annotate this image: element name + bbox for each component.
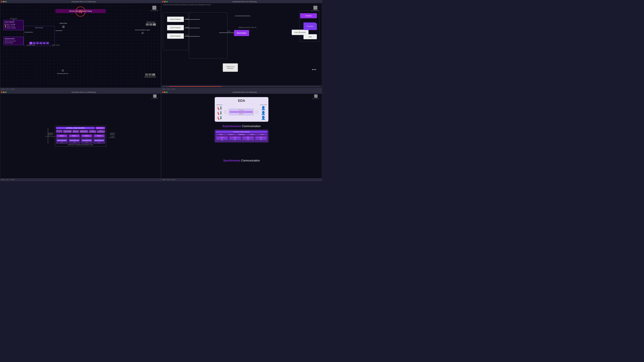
cp-master-title: CONTROL PLANE «MASTER» — [56, 127, 95, 129]
cp-border: INGRESSTRAFFIC from other sources... EGR… — [55, 126, 106, 147]
q2-size: 3836 × 2159 — [162, 88, 170, 90]
q4-size: 3836 × 2159 — [162, 179, 170, 180]
arrow-broker-consumer — [219, 32, 234, 33]
bottombar-q2: 3836 × 2159 3.8 MB — [161, 88, 322, 90]
pod1-microservice: MICROSERVICE — [57, 139, 67, 141]
pod4-microservice: MICROSERVICE — [94, 139, 104, 141]
pub-sub-box: Publisher and Subscriber — [223, 63, 238, 72]
small-cell-5: POLICY — [257, 134, 268, 135]
event-stream-label: Event Stream — [35, 27, 43, 28]
video-time: 4:31 / 6:38 — [162, 86, 168, 87]
bottombar-q1: 3836 × 2159 3.7 MB — [0, 88, 161, 90]
close-btn-q2[interactable] — [162, 1, 164, 2]
pod1-label: POD — [57, 142, 67, 143]
control-plane-side-label: CONTROL PLANE — [48, 128, 48, 137]
eda-producer-icon-3: 📢 — [217, 116, 222, 120]
small-proxy-3: PROXY — [242, 137, 254, 138]
arrow-prod2-broker — [185, 28, 200, 28]
topbar-q2: Screenshot 2024-11-24 104134.png — [161, 0, 322, 3]
maximize-btn-q1[interactable] — [5, 1, 6, 2]
minimize-btn-q4[interactable] — [164, 91, 166, 93]
close-btn-q1[interactable] — [1, 1, 2, 2]
arrows-to-broker — [224, 110, 227, 114]
small-cp-cells: CONFIG IDENTITY MONITORING TRAFFIC POLIC… — [216, 134, 268, 135]
minimize-btn-q3[interactable] — [3, 91, 4, 93]
bytemonk-q4: BYTEMONK — [312, 94, 320, 99]
small-pod-1: PROXY SVC POD — [216, 136, 228, 141]
q1-filesize: 3.7 MB — [10, 88, 14, 90]
small-cell-1: CONFIG — [216, 134, 226, 135]
monitoring-label: Monitoring Service — [57, 73, 68, 74]
small-cp-master: CONTROL PLANE «MASTER» — [216, 131, 268, 133]
bytemonk-icon-q2 — [313, 6, 318, 10]
close-btn-q4[interactable] — [162, 91, 164, 93]
q2-main-content: Unlock the Power of Event-Driven Archite… — [161, 3, 322, 88]
catalog-icon-3 — [153, 23, 156, 26]
bytemonk-icon-q1 — [152, 6, 156, 10]
eda-consumer-icon-2: 👤 — [261, 111, 266, 115]
eda-broker-label: Broker — [230, 113, 253, 114]
maximize-btn-q3[interactable] — [5, 91, 6, 93]
bytemonk-q1: BYTEMONK — [150, 6, 158, 11]
older-events-label: Older events — [52, 44, 60, 46]
topbar-title-q4: Screenshot 2024-11-24 103048.png — [168, 91, 321, 93]
topbar-title-q3: Screenshot 2024-11-24 103029.png — [7, 91, 160, 93]
maximize-btn-q4[interactable] — [166, 91, 168, 93]
q4-filesize: 5.4 MB — [171, 179, 175, 180]
quadrant-4: Screenshot 2024-11-24 103048.png BYTEMON… — [161, 90, 322, 181]
small-cell-3: MONITORING — [236, 134, 246, 135]
q4-main-content: EDA Producers 📢 📢 📢 Channels — [161, 94, 322, 178]
event-broker-central: Event Broker — [234, 30, 249, 36]
bytemonk-text-q1: BYTEMONK — [150, 10, 158, 11]
egress-label: EGRESSTRAFFIC to otherdestinations... — [109, 132, 116, 138]
event-block-e3: E3 — [36, 42, 39, 44]
bytemonk-q3: BYTEMONK — [151, 94, 158, 99]
channel-line-3 — [230, 112, 253, 113]
small-pod-label-1: POD — [216, 140, 228, 141]
q2-subtitle: Unlock the Power of Event-Driven Archite… — [163, 4, 312, 5]
recommendation-engine: Recommendation engine ⚙ — [135, 29, 150, 35]
small-ms-2: SVC — [230, 138, 241, 140]
cp-master-container: CONTROL PLANE «MASTER» SECURITY — [56, 127, 105, 129]
catalog-service-label: Catalog service — [146, 21, 156, 23]
close-btn-q3[interactable] — [1, 91, 2, 93]
minimize-btn-q2[interactable] — [164, 1, 166, 2]
eda-inner: Producers 📢 📢 📢 Channels — [216, 104, 267, 120]
sync-word: Synchronous — [223, 159, 240, 162]
event-blocks: E5 E4 E3 E2 E1 E0 — [29, 42, 49, 44]
dots-indicator — [312, 69, 316, 70]
small-pod-label-3: POD — [242, 140, 254, 141]
small-pod-label-2: POD — [230, 140, 241, 141]
topbar-q3: Screenshot 2024-11-24 103029.png — [0, 91, 161, 94]
pod2-microservice: MICROSERVICE — [69, 139, 79, 141]
eda-consumer-icon-1: 👤 — [261, 106, 266, 110]
service-slow-down: Service slow down — [5, 40, 22, 42]
quadrant-1: Screenshot 2024-11-24 103032.png Service… — [0, 0, 161, 90]
video-progress[interactable] — [168, 86, 321, 87]
channel-line-1 — [230, 111, 253, 111]
side-labels: CONTROL PLANE DATA PLANE — [48, 126, 48, 146]
q1-main-content: Service Mesh Control Plane N BYTEMONK Ev… — [0, 3, 161, 88]
eda-consumer-icon-3: 👤 — [261, 116, 266, 120]
event-sink: Event Sink ⚙ — [60, 22, 67, 29]
topbar-title-q2: Screenshot 2024-11-24 104134.png — [168, 1, 321, 2]
dot-2 — [314, 69, 314, 70]
pod3-label: POD — [82, 142, 92, 143]
small-proxy-2: PROXY — [230, 137, 241, 138]
minimize-btn-q1[interactable] — [3, 1, 4, 2]
pod2-arrows: ↕ — [69, 137, 79, 139]
streaming-icon-3 — [152, 73, 155, 76]
maximize-btn-q2[interactable] — [166, 1, 168, 2]
cp-cell-resilience: RESILIENCE — [56, 130, 62, 133]
q2-filesize: 3.8 MB — [171, 88, 175, 90]
event-labels: Newer events Older events — [27, 44, 60, 46]
monitoring-icon: ⚙ — [57, 69, 68, 72]
small-pod-3: PROXY SVC POD — [242, 136, 254, 141]
security-label: SECURITY — [96, 127, 105, 129]
q3-size: 3836 × 2159 — [1, 179, 9, 180]
eda-consumers: Consumers 👤 👤 👤 — [260, 104, 267, 120]
event-sink-label: Event Sink — [60, 22, 67, 24]
q3-filesize: 5.4 MB — [10, 179, 14, 180]
catalog-service: Catalog service — [146, 21, 156, 26]
small-proxy-4: PROXY — [256, 137, 267, 138]
